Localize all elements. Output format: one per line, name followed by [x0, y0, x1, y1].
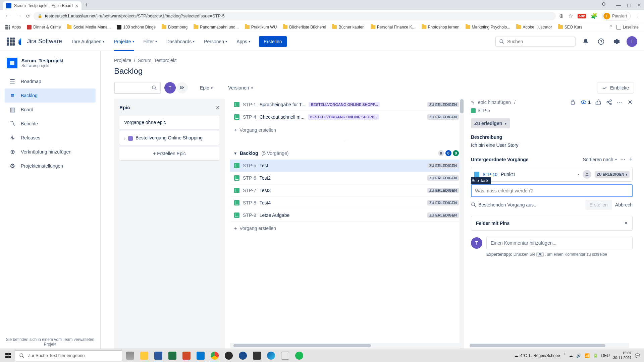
insights-button[interactable]: Einblicke	[597, 82, 634, 94]
minimize-icon[interactable]: —	[616, 2, 621, 8]
nav-people[interactable]: Personen▾	[201, 32, 230, 51]
word-icon[interactable]	[152, 349, 165, 362]
share-icon[interactable]	[606, 99, 612, 105]
description-text[interactable]: Ich bin eine User Story	[471, 142, 633, 148]
address-bar[interactable]: 🔒 testdeutsch1.atlassian.net/jira/softwa…	[34, 12, 556, 20]
volume-icon[interactable]: 🔊	[576, 353, 581, 358]
sidebar-item-reports[interactable]: 〽Berichte	[5, 117, 96, 131]
issue-key-link[interactable]: STP-5	[471, 108, 633, 113]
breadcrumb-project[interactable]: Scrum_Testprojekt	[138, 58, 177, 63]
subtask-summary-input[interactable]	[471, 184, 633, 197]
edge-icon[interactable]	[264, 349, 278, 362]
status-dropdown[interactable]: Zu erledigen ▾	[471, 118, 510, 128]
nav-your-work[interactable]: Ihre Aufgaben▾	[69, 32, 108, 51]
backlog-section-header[interactable]: ▾ Backlog (5 Vorgänge) 0 0 0	[230, 147, 463, 160]
subtask-assignee-icon[interactable]	[583, 170, 591, 179]
nav-apps[interactable]: Apps▾	[233, 32, 254, 51]
add-people-button[interactable]	[176, 82, 188, 94]
more-actions-icon[interactable]: ⋯	[617, 99, 623, 106]
bookmark-item[interactable]: Photoshop lernen	[420, 24, 462, 31]
epic-filter[interactable]: Epic▾	[197, 82, 216, 93]
task-view-icon[interactable]	[123, 349, 137, 362]
watch-button[interactable]: 1	[581, 99, 591, 105]
profile-avatar[interactable]: T	[627, 36, 637, 47]
wifi-icon[interactable]: 📶	[585, 353, 590, 358]
windows-search[interactable]: Zur Suche Text hier eingeben	[15, 350, 122, 361]
issue-row[interactable]: STP-9 Letze Aufgabe ZU ERLEDIGEN	[230, 209, 463, 222]
issue-status-badge[interactable]: ZU ERLEDIGEN	[427, 163, 459, 168]
create-issue-button[interactable]: + Vorgang erstellen	[230, 123, 463, 137]
browser-tab[interactable]: Scrum_Testprojekt – Agile-Board ×	[3, 1, 82, 10]
epic-no-epic-row[interactable]: Vorgänge ohne epic	[119, 116, 219, 129]
pen-icon[interactable]: ✎	[471, 100, 475, 105]
issue-status-badge[interactable]: ZU ERLEDIGEN	[427, 175, 459, 181]
bookmark-item[interactable]: Dinner & Crime	[25, 24, 63, 31]
back-button[interactable]: ←	[3, 12, 11, 19]
issue-epic-badge[interactable]: BESTELLVORGANG ONLINE SHOPP...	[308, 114, 379, 120]
notepad-icon[interactable]	[278, 349, 292, 362]
mail-icon[interactable]	[194, 349, 207, 362]
spotify-icon[interactable]	[292, 349, 306, 362]
scrollbar-horizontal[interactable]	[230, 343, 460, 348]
settings-icon[interactable]	[611, 36, 622, 47]
create-button[interactable]: Erstellen	[259, 36, 286, 47]
apps-shortcut[interactable]: Apps	[3, 24, 23, 31]
issue-status-badge[interactable]: ZU ERLEDIGEN	[427, 213, 459, 218]
close-epic-panel-icon[interactable]: ×	[216, 104, 219, 111]
bookmark-item[interactable]: Personal Finance K...	[369, 24, 418, 31]
subtask-key[interactable]: STP-10	[483, 172, 497, 177]
bookmark-item[interactable]: Marketing Psycholo...	[464, 24, 513, 31]
issue-status-badge[interactable]: ZU ERLEDIGEN	[427, 200, 459, 205]
reload-button[interactable]: ⟳	[26, 13, 30, 19]
onedrive-icon[interactable]: ☁	[569, 353, 573, 358]
pinned-fields-section[interactable]: Felder mit Pins ×	[471, 216, 633, 231]
project-header[interactable]: Scrum_Testprojekt Softwareprojekt	[5, 58, 96, 68]
language-indicator[interactable]: DEU	[601, 353, 610, 358]
profile-menu[interactable]: T Pausiert	[602, 12, 631, 20]
nav-projects[interactable]: Projekte▾	[110, 32, 137, 51]
search-input[interactable]	[507, 39, 572, 44]
sort-dropdown[interactable]: Sortieren nach▾	[583, 157, 617, 162]
excel-icon[interactable]	[166, 349, 179, 362]
close-pinned-icon[interactable]: ×	[625, 220, 628, 226]
bookmark-item[interactable]: Bücher kaufen	[330, 24, 366, 31]
powerpoint-icon[interactable]	[180, 349, 193, 362]
epic-item-row[interactable]: › Bestellvorgang Online Shopping	[119, 131, 219, 145]
new-tab-button[interactable]: +	[85, 2, 89, 9]
app-switcher-icon[interactable]	[7, 38, 15, 46]
explorer-icon[interactable]	[138, 349, 151, 362]
zoom-icon[interactable]: ⊕	[559, 13, 564, 19]
add-subtask-icon[interactable]: +	[629, 156, 633, 163]
clock[interactable]: 15:01 30.11.2021	[613, 351, 632, 360]
bookmarks-overflow-icon[interactable]: »	[610, 24, 612, 31]
close-tab-icon[interactable]: ×	[75, 3, 78, 8]
sidebar-item-backlog[interactable]: ≡Backlog	[5, 88, 96, 103]
create-issue-button[interactable]: + Vorgang erstellen	[230, 222, 463, 235]
issue-status-badge[interactable]: ZU ERLEDIGEN	[427, 188, 459, 193]
versions-filter[interactable]: Versionen▾	[225, 82, 256, 93]
nav-dashboards[interactable]: Dashboards▾	[163, 32, 198, 51]
global-search[interactable]	[495, 37, 576, 47]
app-icon[interactable]	[250, 349, 264, 362]
notifications-icon[interactable]	[580, 36, 591, 47]
battery-icon[interactable]: 🔋	[593, 353, 598, 358]
section-drag-handle-icon[interactable]: ⸻	[230, 137, 463, 147]
comment-input[interactable]: Einen Kommentar hinzufügen...	[486, 237, 633, 249]
breadcrumb-root[interactable]: Projekte	[114, 58, 131, 63]
scrollbar-vertical[interactable]	[460, 99, 464, 349]
sidebar-item-releases[interactable]: Releases	[5, 131, 96, 145]
bookmark-item[interactable]: Adobe Illustrator	[514, 24, 554, 31]
backlog-search[interactable]	[114, 82, 161, 94]
link-existing-issue[interactable]: Bestehenden Vorgang aus...	[471, 202, 538, 207]
issue-epic-badge[interactable]: BESTELLVORGANG ONLINE SHOPP...	[309, 102, 380, 107]
unlock-icon[interactable]	[570, 99, 576, 105]
obs-icon[interactable]	[222, 349, 235, 362]
close-detail-icon[interactable]: ✕	[628, 99, 633, 106]
assignee-filter-avatar[interactable]: T	[164, 82, 176, 94]
subtask-row[interactable]: STP-10 Punkt1 - ZU ERLEDIGEN ▾	[471, 167, 633, 182]
bookmark-item[interactable]: Bücherliste Bücherei	[281, 24, 328, 31]
extensions-icon[interactable]: 🧩	[591, 13, 597, 19]
lock-icon[interactable]: 🔒	[38, 14, 42, 18]
bookmark-item[interactable]: 100 schöne Dinge	[115, 24, 158, 31]
tray-expand-icon[interactable]: ˄	[564, 353, 566, 358]
